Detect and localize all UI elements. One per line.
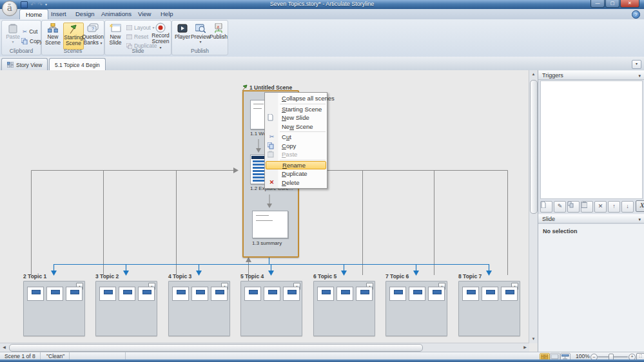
paste-trigger-button[interactable] bbox=[581, 201, 593, 213]
horizontal-scroll-thumb[interactable] bbox=[9, 344, 423, 352]
slide-panel-collapse-icon[interactable]: ▾ bbox=[638, 214, 641, 224]
slide-1-3-label[interactable]: 1.3 summary bbox=[252, 240, 282, 246]
menu-separator bbox=[280, 131, 326, 132]
menu-item-delete[interactable]: ✕ Delete bbox=[265, 178, 327, 187]
tab-list-dropdown-icon[interactable]: ▾ bbox=[632, 60, 641, 69]
canvas-vertical-scrollbar[interactable]: ▲ ▼ bbox=[529, 70, 538, 343]
menu-item-collapse-all-scenes[interactable]: Collapse all scenes bbox=[265, 94, 327, 103]
menu-item-rename[interactable]: Rename bbox=[266, 161, 326, 170]
menu-item-duplicate[interactable]: Duplicate bbox=[265, 169, 327, 178]
group-label-slide: Slide bbox=[105, 48, 171, 54]
topic-scene-box[interactable]: ▴ bbox=[23, 281, 85, 336]
cut-button[interactable]: ✂ Cut bbox=[23, 28, 37, 35]
close-button[interactable]: ✕ bbox=[620, 0, 639, 8]
menu-item-copy[interactable]: Copy bbox=[265, 142, 327, 151]
undo-icon[interactable]: ↶ bbox=[30, 1, 35, 8]
tab-help[interactable]: Help bbox=[155, 9, 179, 19]
redo-icon[interactable]: ↷ bbox=[38, 1, 43, 8]
storyline-window: Seven Topics.story* - Articulate Storyli… bbox=[0, 0, 644, 362]
menu-item-starting-scene[interactable]: Starting Scene bbox=[265, 105, 327, 114]
document-tab-bar: Story View 5.1 Topice 4 Begin ▾ bbox=[0, 57, 644, 71]
move-trigger-down-button[interactable]: ↓ bbox=[621, 201, 634, 213]
question-banks-dropdown-icon: ▾ bbox=[100, 41, 102, 45]
topic-scene-box[interactable]: ▴ bbox=[313, 281, 375, 336]
triggers-panel-header[interactable]: Triggers ▾ bbox=[538, 70, 644, 80]
menu-item-new-slide[interactable]: New Slide bbox=[265, 113, 327, 122]
copy-icon bbox=[268, 142, 276, 149]
topic-scene-title[interactable]: 3 Topic 2 bbox=[95, 273, 119, 280]
record-screen-button[interactable]: RecordScreen ▾ bbox=[151, 23, 170, 48]
topic-scene-box[interactable]: ▴ bbox=[458, 281, 520, 336]
help-icon[interactable]: ? bbox=[632, 10, 640, 19]
reset-button[interactable]: Reset bbox=[126, 33, 148, 40]
save-icon[interactable] bbox=[21, 1, 28, 8]
menu-item-new-scene[interactable]: New Scene bbox=[265, 122, 327, 131]
canvas-horizontal-scrollbar[interactable]: ◀ ▶ bbox=[0, 343, 529, 352]
topic-scene-title[interactable]: 5 Topic 4 bbox=[240, 273, 264, 280]
tab-view[interactable]: View bbox=[132, 9, 157, 19]
tab-animations[interactable]: Animations bbox=[95, 9, 137, 19]
scroll-up-icon[interactable]: ▲ bbox=[529, 70, 538, 79]
svg-text:?: ? bbox=[92, 26, 94, 31]
preview-icon bbox=[195, 23, 206, 34]
qat-dropdown-icon[interactable]: ▾ bbox=[45, 1, 47, 8]
new-trigger-button[interactable] bbox=[540, 201, 552, 213]
cut-icon: ✂ bbox=[23, 28, 27, 35]
new-slide-button[interactable]: NewSlide bbox=[106, 23, 125, 48]
publish-icon: a bbox=[213, 23, 224, 34]
starting-scene-button[interactable]: StartingScene bbox=[63, 23, 84, 50]
layout-button[interactable]: Layout▾ bbox=[126, 24, 155, 31]
move-trigger-up-button[interactable]: ↑ bbox=[608, 201, 620, 213]
copy-trigger-button[interactable] bbox=[567, 201, 580, 213]
story-view-canvas[interactable]: 1 Untitled Scene 1.1 We 1.2 Explore Core… bbox=[0, 70, 538, 352]
topic-scene-box[interactable]: ▴ bbox=[385, 281, 447, 336]
player-button[interactable]: Player bbox=[173, 23, 192, 48]
flow-arrow-down-icon bbox=[255, 139, 262, 153]
title-bar: Seven Topics.story* - Articulate Storyli… bbox=[0, 0, 644, 9]
topic-scene-box[interactable]: ▴ bbox=[168, 281, 230, 336]
copy-button[interactable]: Copy bbox=[21, 38, 43, 44]
menu-item-paste[interactable]: Paste bbox=[265, 150, 327, 159]
new-scene-button[interactable]: NewScene bbox=[43, 23, 63, 48]
topic-scene-title[interactable]: 7 Topic 6 bbox=[385, 273, 409, 280]
group-label-clipboard: Clipboard bbox=[2, 48, 41, 54]
topic-scene-title[interactable]: 2 Topic 1 bbox=[23, 273, 46, 280]
slide-panel-body: No selection bbox=[538, 224, 644, 352]
preview-button[interactable]: Preview ▾ bbox=[191, 23, 210, 48]
tab-insert[interactable]: Insert bbox=[45, 9, 72, 19]
vertical-scroll-thumb[interactable] bbox=[530, 80, 538, 214]
minimize-button[interactable]: — bbox=[590, 0, 605, 8]
scroll-right-icon[interactable]: ▶ bbox=[521, 343, 529, 352]
articulate-logo-button[interactable]: ā bbox=[2, 1, 17, 16]
slide-panel-header[interactable]: Slide ▾ bbox=[538, 214, 644, 224]
player-icon bbox=[177, 23, 188, 34]
menu-separator bbox=[280, 104, 326, 104]
paste-button[interactable]: Paste ▾ bbox=[3, 23, 23, 48]
svg-text:a: a bbox=[217, 24, 220, 30]
topic-scene-title[interactable]: 6 Topic 5 bbox=[313, 273, 337, 280]
scroll-down-icon[interactable]: ▼ bbox=[529, 335, 538, 343]
triggers-list[interactable] bbox=[540, 81, 643, 199]
edit-trigger-button[interactable]: ✎ bbox=[554, 201, 566, 213]
scroll-left-icon[interactable]: ◀ bbox=[0, 343, 8, 352]
triggers-collapse-icon[interactable]: ▾ bbox=[638, 71, 641, 81]
tab-home[interactable]: Home bbox=[19, 9, 48, 20]
ribbon-tab-strip: Home Insert Design Animations View Help bbox=[0, 9, 644, 19]
delete-icon: ✕ bbox=[268, 179, 276, 186]
topic-scene-title[interactable]: 4 Topic 3 bbox=[168, 273, 191, 280]
maximize-button[interactable]: ▢ bbox=[605, 0, 620, 8]
topic-scene-box[interactable]: ▴ bbox=[95, 281, 157, 336]
slide-1-3-thumbnail[interactable] bbox=[252, 211, 288, 238]
menu-separator bbox=[280, 160, 326, 160]
topic-scene-box[interactable]: ▴ bbox=[240, 281, 302, 336]
menu-item-cut[interactable]: ✂ Cut bbox=[265, 133, 327, 142]
delete-trigger-button[interactable]: ✕ bbox=[594, 201, 607, 213]
question-banks-button[interactable]: ? QuestionBanks ▾ bbox=[83, 23, 102, 48]
tab-slide-5-1[interactable]: 5.1 Topice 4 Begin bbox=[49, 58, 106, 71]
publish-button[interactable]: a Publish bbox=[209, 23, 228, 48]
tab-story-view[interactable]: Story View bbox=[1, 58, 48, 71]
group-label-publish: Publish bbox=[172, 48, 228, 54]
manage-variables-button[interactable]: X bbox=[636, 200, 644, 212]
topic-scene-title[interactable]: 8 Topic 7 bbox=[458, 273, 482, 280]
paste-icon bbox=[8, 23, 17, 34]
